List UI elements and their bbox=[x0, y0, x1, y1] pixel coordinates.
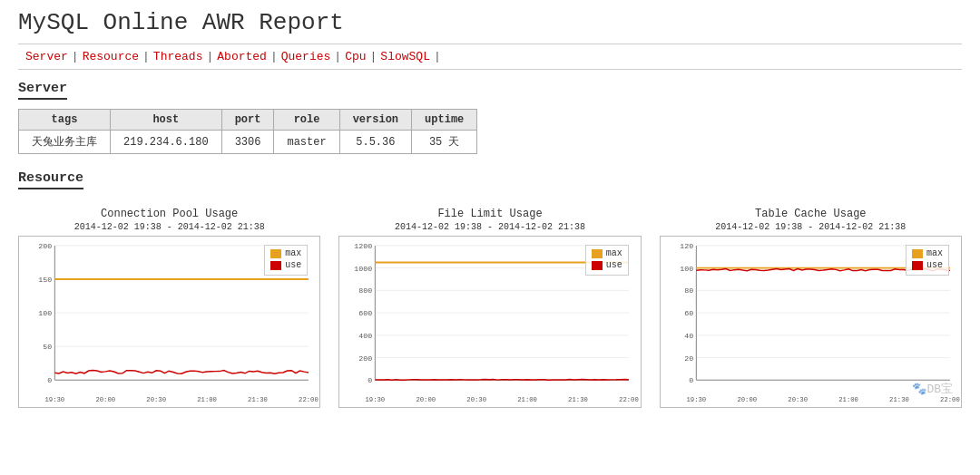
nav-threads[interactable]: Threads bbox=[153, 50, 203, 63]
svg-text:50: 50 bbox=[43, 343, 52, 351]
svg-text:80: 80 bbox=[684, 286, 693, 295]
cell-role: master bbox=[274, 131, 339, 154]
nav-bar: Server | Resource | Threads | Aborted | … bbox=[18, 44, 962, 70]
svg-text:0: 0 bbox=[368, 376, 373, 384]
server-table: tags host port role version uptime 天兔业务主… bbox=[18, 109, 477, 154]
svg-text:21:30: 21:30 bbox=[248, 396, 268, 403]
svg-text:60: 60 bbox=[684, 309, 693, 317]
svg-text:21:00: 21:00 bbox=[197, 396, 217, 403]
svg-text:22:00: 22:00 bbox=[940, 396, 960, 403]
svg-text:200: 200 bbox=[359, 354, 373, 363]
col-tags: tags bbox=[19, 110, 111, 131]
legend-use-0: use bbox=[270, 260, 301, 270]
svg-text:20:30: 20:30 bbox=[788, 396, 808, 403]
server-section-title: Server bbox=[18, 81, 67, 100]
chart-container-1: File Limit Usage2014-12-02 19:38 - 2014-… bbox=[338, 208, 641, 412]
cell-host: 219.234.6.180 bbox=[111, 131, 222, 154]
legend-max-0: max bbox=[270, 248, 301, 258]
chart-legend-1: maxuse bbox=[585, 245, 629, 276]
col-version: version bbox=[339, 110, 411, 131]
svg-text:100: 100 bbox=[38, 309, 52, 317]
cell-version: 5.5.36 bbox=[339, 131, 411, 154]
chart-subtitle-0: 2014-12-02 19:38 - 2014-12-02 21:38 bbox=[74, 222, 265, 232]
chart-legend-2: maxuse bbox=[906, 245, 949, 276]
svg-text:22:00: 22:00 bbox=[299, 396, 318, 403]
svg-text:40: 40 bbox=[684, 332, 693, 340]
svg-text:20:00: 20:00 bbox=[416, 396, 436, 403]
chart-subtitle-2: 2014-12-02 19:38 - 2014-12-02 21:38 bbox=[715, 222, 906, 232]
svg-text:0: 0 bbox=[689, 376, 693, 384]
legend-max-1: max bbox=[592, 248, 622, 258]
chart-title-2: Table Cache Usage bbox=[755, 208, 866, 220]
table-row: 天兔业务主库 219.234.6.180 3306 master 5.5.36 … bbox=[19, 131, 477, 154]
chart-legend-0: maxuse bbox=[264, 245, 308, 276]
nav-aborted[interactable]: Aborted bbox=[217, 50, 267, 63]
nav-resource[interactable]: Resource bbox=[83, 50, 139, 63]
charts-row: Connection Pool Usage2014-12-02 19:38 - … bbox=[18, 208, 962, 412]
chart-container-2: Table Cache Usage2014-12-02 19:38 - 2014… bbox=[660, 208, 962, 412]
table-header-row: tags host port role version uptime bbox=[19, 110, 477, 131]
svg-text:22:00: 22:00 bbox=[619, 396, 639, 403]
legend-max-2: max bbox=[912, 248, 943, 258]
svg-text:800: 800 bbox=[359, 286, 373, 295]
page-title: MySQL Online AWR Report bbox=[18, 9, 962, 36]
cell-tags: 天兔业务主库 bbox=[19, 131, 111, 154]
svg-text:21:00: 21:00 bbox=[838, 396, 858, 403]
svg-text:400: 400 bbox=[359, 332, 373, 340]
nav-cpu[interactable]: Cpu bbox=[345, 50, 366, 63]
svg-text:20:30: 20:30 bbox=[146, 396, 166, 403]
chart-wrapper-0: 05010015020019:3020:0020:3021:0021:3022:… bbox=[18, 236, 320, 412]
cell-uptime: 35 天 bbox=[412, 131, 477, 154]
nav-queries[interactable]: Queries bbox=[281, 50, 331, 63]
svg-text:21:30: 21:30 bbox=[889, 396, 909, 403]
svg-text:19:30: 19:30 bbox=[366, 396, 386, 403]
svg-text:19:30: 19:30 bbox=[44, 396, 64, 403]
svg-text:1000: 1000 bbox=[355, 265, 373, 273]
chart-container-0: Connection Pool Usage2014-12-02 19:38 - … bbox=[18, 208, 320, 412]
col-host: host bbox=[111, 110, 222, 131]
col-role: role bbox=[274, 110, 339, 131]
svg-text:20:30: 20:30 bbox=[467, 396, 487, 403]
chart-wrapper-1: 02004006008001000120019:3020:0020:3021:0… bbox=[338, 236, 641, 412]
resource-section: Resource Connection Pool Usage2014-12-02… bbox=[18, 170, 962, 412]
svg-text:21:30: 21:30 bbox=[568, 396, 588, 403]
svg-text:200: 200 bbox=[38, 242, 52, 250]
svg-text:600: 600 bbox=[359, 309, 373, 317]
chart-subtitle-1: 2014-12-02 19:38 - 2014-12-02 21:38 bbox=[395, 222, 585, 232]
svg-text:20:00: 20:00 bbox=[95, 396, 115, 403]
cell-port: 3306 bbox=[221, 131, 274, 154]
col-uptime: uptime bbox=[412, 110, 477, 131]
svg-text:120: 120 bbox=[680, 242, 693, 250]
svg-text:20: 20 bbox=[684, 354, 693, 363]
nav-server[interactable]: Server bbox=[25, 50, 68, 63]
resource-section-title: Resource bbox=[18, 170, 83, 189]
chart-title-1: File Limit Usage bbox=[437, 208, 542, 220]
svg-text:21:00: 21:00 bbox=[518, 396, 538, 403]
legend-use-2: use bbox=[912, 260, 943, 270]
chart-title-0: Connection Pool Usage bbox=[101, 208, 238, 220]
svg-text:100: 100 bbox=[680, 265, 693, 273]
svg-text:1200: 1200 bbox=[355, 242, 373, 250]
watermark: 🐾DB宝 bbox=[912, 381, 953, 397]
chart-wrapper-2: 02040608010012019:3020:0020:3021:0021:30… bbox=[660, 236, 962, 412]
legend-use-1: use bbox=[592, 260, 622, 270]
svg-text:0: 0 bbox=[47, 376, 52, 384]
nav-slowsql[interactable]: SlowSQL bbox=[380, 50, 430, 63]
col-port: port bbox=[221, 110, 274, 131]
svg-text:20:00: 20:00 bbox=[737, 396, 757, 403]
svg-text:150: 150 bbox=[38, 276, 52, 284]
server-section: Server tags host port role version uptim… bbox=[18, 81, 962, 154]
svg-text:19:30: 19:30 bbox=[686, 396, 706, 403]
